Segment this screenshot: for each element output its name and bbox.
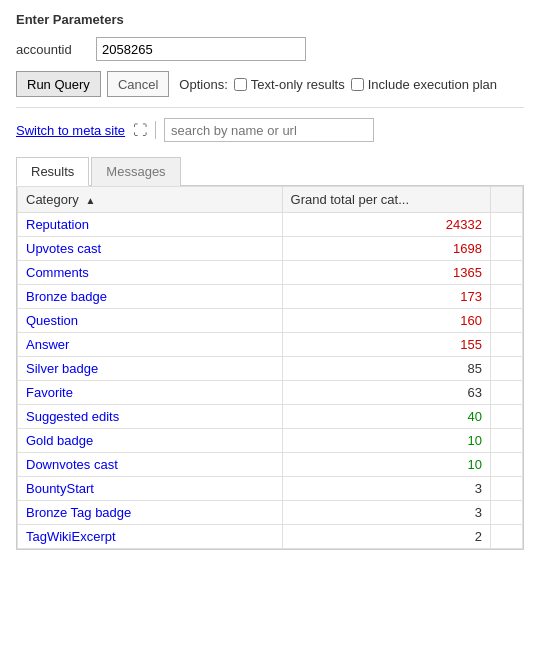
- tab-results[interactable]: Results: [16, 157, 89, 186]
- cell-value: 24332: [282, 213, 490, 237]
- category-link[interactable]: Reputation: [26, 217, 89, 232]
- cell-extra: [490, 501, 522, 525]
- execution-plan-checkbox[interactable]: [351, 78, 364, 91]
- cell-extra: [490, 261, 522, 285]
- cell-category[interactable]: Bronze Tag badge: [18, 501, 283, 525]
- cell-category[interactable]: Comments: [18, 261, 283, 285]
- cell-extra: [490, 525, 522, 549]
- cell-extra: [490, 381, 522, 405]
- category-link[interactable]: Upvotes cast: [26, 241, 101, 256]
- section-title: Enter Parameters: [16, 12, 524, 27]
- table-row: Answer155: [18, 333, 523, 357]
- options-label: Options:: [179, 77, 227, 92]
- table-row: Question160: [18, 309, 523, 333]
- category-link[interactable]: Comments: [26, 265, 89, 280]
- category-link[interactable]: Favorite: [26, 385, 73, 400]
- column-header-category[interactable]: Category ▲: [18, 187, 283, 213]
- search-input[interactable]: [164, 118, 374, 142]
- cell-value: 1365: [282, 261, 490, 285]
- cell-category[interactable]: Question: [18, 309, 283, 333]
- vertical-divider: [155, 121, 156, 139]
- table-row: TagWikiExcerpt2: [18, 525, 523, 549]
- category-link[interactable]: TagWikiExcerpt: [26, 529, 116, 544]
- cell-category[interactable]: Favorite: [18, 381, 283, 405]
- cell-extra: [490, 357, 522, 381]
- cell-extra: [490, 429, 522, 453]
- run-query-button[interactable]: Run Query: [16, 71, 101, 97]
- text-only-checkbox[interactable]: [234, 78, 247, 91]
- cell-value: 173: [282, 285, 490, 309]
- category-link[interactable]: Gold badge: [26, 433, 93, 448]
- cell-category[interactable]: Silver badge: [18, 357, 283, 381]
- param-label: accountid: [16, 42, 96, 57]
- category-link[interactable]: Answer: [26, 337, 69, 352]
- cancel-button[interactable]: Cancel: [107, 71, 169, 97]
- execution-plan-option: Include execution plan: [351, 77, 497, 92]
- table-row: Silver badge85: [18, 357, 523, 381]
- cell-category[interactable]: Bronze badge: [18, 285, 283, 309]
- cell-value: 155: [282, 333, 490, 357]
- cell-category[interactable]: Suggested edits: [18, 405, 283, 429]
- param-row: accountid: [16, 37, 524, 61]
- results-table: Category ▲ Grand total per cat... Reputa…: [17, 186, 523, 549]
- cell-value: 160: [282, 309, 490, 333]
- text-only-label: Text-only results: [251, 77, 345, 92]
- cell-value: 3: [282, 477, 490, 501]
- cell-value: 1698: [282, 237, 490, 261]
- cell-category[interactable]: TagWikiExcerpt: [18, 525, 283, 549]
- table-row: BountyStart3: [18, 477, 523, 501]
- cell-category[interactable]: Downvotes cast: [18, 453, 283, 477]
- cell-value: 63: [282, 381, 490, 405]
- cell-category[interactable]: Answer: [18, 333, 283, 357]
- tabs-row: Results Messages: [16, 156, 524, 186]
- column-header-extra: [490, 187, 522, 213]
- category-link[interactable]: Silver badge: [26, 361, 98, 376]
- cell-category[interactable]: Gold badge: [18, 429, 283, 453]
- table-row: Gold badge10: [18, 429, 523, 453]
- cell-extra: [490, 477, 522, 501]
- cell-value: 3: [282, 501, 490, 525]
- table-row: Suggested edits40: [18, 405, 523, 429]
- cell-extra: [490, 309, 522, 333]
- switch-to-meta-link[interactable]: Switch to meta site: [16, 123, 125, 138]
- table-row: Downvotes cast10: [18, 453, 523, 477]
- cell-extra: [490, 285, 522, 309]
- cell-category[interactable]: BountyStart: [18, 477, 283, 501]
- cell-extra: [490, 453, 522, 477]
- cell-category[interactable]: Upvotes cast: [18, 237, 283, 261]
- category-link[interactable]: Bronze badge: [26, 289, 107, 304]
- category-link[interactable]: Suggested edits: [26, 409, 119, 424]
- accountid-input[interactable]: [96, 37, 306, 61]
- cell-value: 10: [282, 429, 490, 453]
- meta-row: Switch to meta site ⛶: [16, 107, 524, 142]
- cell-value: 40: [282, 405, 490, 429]
- column-header-total: Grand total per cat...: [282, 187, 490, 213]
- category-link[interactable]: Downvotes cast: [26, 457, 118, 472]
- meta-icon: ⛶: [133, 122, 147, 138]
- table-row: Favorite63: [18, 381, 523, 405]
- cell-value: 85: [282, 357, 490, 381]
- category-link[interactable]: BountyStart: [26, 481, 94, 496]
- page-wrapper: Enter Parameters accountid Run Query Can…: [0, 0, 540, 562]
- tab-messages[interactable]: Messages: [91, 157, 180, 186]
- cell-extra: [490, 333, 522, 357]
- execution-plan-label: Include execution plan: [368, 77, 497, 92]
- category-link[interactable]: Bronze Tag badge: [26, 505, 131, 520]
- table-row: Bronze badge173: [18, 285, 523, 309]
- sort-arrow-icon: ▲: [85, 195, 95, 206]
- table-row: Comments1365: [18, 261, 523, 285]
- cell-extra: [490, 405, 522, 429]
- toolbar-row: Run Query Cancel Options: Text-only resu…: [16, 71, 524, 97]
- cell-value: 10: [282, 453, 490, 477]
- cell-extra: [490, 213, 522, 237]
- cell-extra: [490, 237, 522, 261]
- table-header-row: Category ▲ Grand total per cat...: [18, 187, 523, 213]
- results-table-wrapper: Category ▲ Grand total per cat... Reputa…: [16, 186, 524, 550]
- cell-value: 2: [282, 525, 490, 549]
- category-link[interactable]: Question: [26, 313, 78, 328]
- text-only-option: Text-only results: [234, 77, 345, 92]
- column-label-category: Category: [26, 192, 79, 207]
- table-row: Upvotes cast1698: [18, 237, 523, 261]
- table-row: Reputation24332: [18, 213, 523, 237]
- cell-category[interactable]: Reputation: [18, 213, 283, 237]
